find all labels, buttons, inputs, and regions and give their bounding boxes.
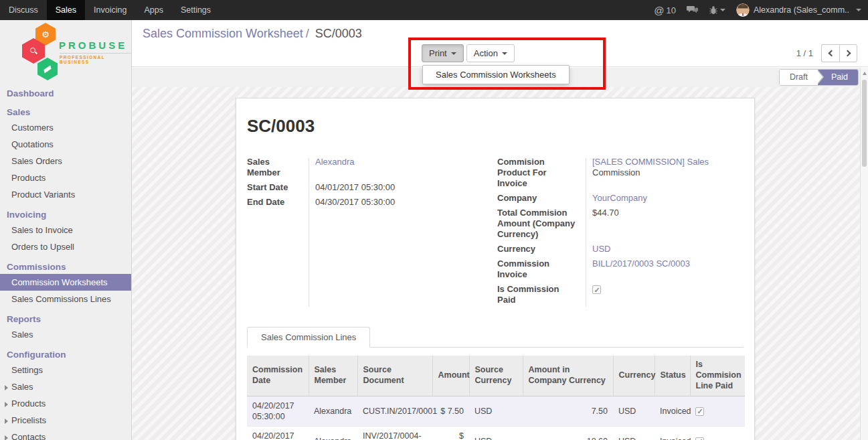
sales-member-link[interactable]: Alexandra [309, 157, 355, 178]
chevron-right-icon [845, 50, 851, 57]
top-menu-settings[interactable]: Settings [172, 0, 220, 20]
status-bar: DraftPaid [779, 69, 859, 86]
field-label: Commission Invoice [497, 259, 586, 280]
column-header-amount-in-company-currency: Amount in Company Currency [523, 356, 613, 396]
cell: USD [469, 427, 523, 440]
scrollbar-thumb[interactable] [862, 80, 867, 167]
status-step-draft[interactable]: Draft [780, 70, 818, 85]
breadcrumb-current: SC/0003 [315, 27, 362, 40]
sidebar-item-products[interactable]: Products [0, 169, 131, 186]
sidebar-item-contacts[interactable]: Contacts [0, 429, 131, 440]
sidebar-item-orders-to-upsell[interactable]: Orders to Upsell [0, 238, 131, 255]
action-button[interactable]: Action [466, 44, 515, 62]
tab-sales-commission-lines[interactable]: Sales Commission Lines [247, 327, 370, 348]
sidebar-item-sales[interactable]: Sales [0, 378, 131, 395]
action-button-label: Action [474, 48, 498, 58]
top-menu-sales[interactable]: Sales [47, 0, 85, 20]
status-step-paid[interactable]: Paid [818, 70, 858, 85]
field-commission-product: Commision Product For Invoice [SALES COM… [497, 157, 742, 189]
column-header-source-document: Source Document [357, 356, 432, 396]
debug-menu[interactable] [709, 5, 725, 15]
sidebar-item-product-variants[interactable]: Product Variants [0, 186, 131, 203]
menu-item-sales-commission-worksheets[interactable]: Sales Commission Worksheets [423, 66, 569, 84]
top-menu-invoicing[interactable]: Invoicing [85, 0, 135, 20]
sidebar-item-sales-commissions-lines[interactable]: Sales Commissions Lines [0, 291, 131, 307]
sidebar-item-sales-orders[interactable]: Sales Orders [0, 153, 131, 169]
top-menu-apps[interactable]: Apps [135, 0, 172, 20]
record-title: SC/0003 [247, 116, 744, 136]
scroll-up-arrow[interactable] [861, 68, 868, 78]
pager-previous-button[interactable] [821, 44, 839, 62]
pager-next-button[interactable] [839, 44, 857, 62]
user-menu[interactable]: Alexandra (Sales_comm.. [736, 3, 861, 17]
sidebar: ⚙ PROBUSE PROFESSIONAL BUSINESS Dashboar… [0, 20, 132, 440]
pager-text: 1 / 1 [796, 48, 813, 58]
sidebar-item-settings[interactable]: Settings [0, 362, 131, 378]
column-header-commission-date: Commission Date [247, 356, 309, 396]
cell: Alexandra [309, 396, 357, 427]
mention-counter[interactable]: @ 10 [654, 5, 676, 16]
column-header-is-commision-line-paid: Is Commision Line Paid [690, 356, 745, 396]
sidebar-item-sales-to-invoice[interactable]: Sales to Invoice [0, 222, 131, 238]
pager: 1 / 1 [796, 44, 857, 62]
commission-invoice-link[interactable]: BILL/2017/0003 SC/0003 [586, 259, 690, 280]
sidebar-section-reports[interactable]: Reports [0, 307, 131, 326]
breadcrumb: Sales Commission Worksheet/ SC/0003 [143, 27, 362, 41]
brush-icon [44, 65, 51, 73]
commission-product-rest: Commission [592, 167, 709, 178]
column-header-source-currency: Source Currency [469, 356, 523, 396]
field-label: Company [497, 193, 586, 204]
sidebar-section-dashboard[interactable]: Dashboard [0, 82, 131, 100]
top-navbar: DiscussSalesInvoicingAppsSettings @ 10 [0, 0, 868, 20]
sidebar-item-pricelists[interactable]: Pricelists [0, 412, 131, 429]
cell: Alexandra [309, 427, 357, 440]
sidebar-section-invoicing[interactable]: Invoicing [0, 203, 131, 222]
sidebar-item-commission-worksheets[interactable]: Commission Worksheets [0, 274, 131, 291]
chat-icon[interactable] [687, 5, 699, 15]
control-panel: Sales Commission Worksheet/ SC/0003 Prin… [132, 20, 868, 67]
app-logo: ⚙ PROBUSE PROFESSIONAL BUSINESS [0, 20, 131, 82]
field-start-date: Start Date 04/01/2017 05:30:00 [247, 182, 485, 193]
print-button[interactable]: Print [422, 44, 464, 62]
top-menu-discuss[interactable]: Discuss [0, 0, 47, 20]
commission-line-row[interactable]: 04/20/2017 05:30:00AlexandraINV/2017/000… [247, 427, 745, 440]
sidebar-section-configuration[interactable]: Configuration [0, 343, 131, 362]
action-buttons: Print Action [422, 44, 515, 62]
chevron-down-icon [856, 9, 861, 11]
field-company: Company YourCompany [497, 193, 742, 204]
field-is-commission-paid: Is Commission Paid [497, 284, 742, 305]
company-link[interactable]: YourCompany [586, 193, 647, 204]
commission-line-row[interactable]: 04/20/2017 05:30:00AlexandraCUST.IN/2017… [247, 396, 745, 427]
sidebar-item-customers[interactable]: Customers [0, 119, 131, 136]
chevron-right-icon [5, 419, 8, 424]
top-menu: DiscussSalesInvoicingAppsSettings [0, 0, 220, 20]
cell: USD [613, 396, 655, 427]
commission-product-link[interactable]: [SALES COMMISSION] Sales [592, 157, 709, 167]
is-commission-paid-checkbox [592, 285, 601, 294]
sidebar-item-products[interactable]: Products [0, 395, 131, 412]
cell: $ 7.50 [432, 396, 469, 427]
cell: 18.60 [523, 427, 613, 440]
cell: Invoiced [655, 427, 690, 440]
vertical-scrollbar[interactable] [860, 68, 868, 440]
breadcrumb-separator: / [303, 27, 312, 40]
field-group-right: Commision Product For Invoice [SALES COM… [497, 157, 742, 309]
mention-count: 10 [666, 5, 675, 15]
sidebar-section-commissions[interactable]: Commissions [0, 255, 131, 274]
magnifier-icon [30, 48, 37, 54]
field-label: Total Commision Amount (Company Currency… [497, 208, 586, 240]
form-sheet: SC/0003 Sales Member Alexandra Start Dat… [236, 98, 755, 440]
chevron-down-icon [502, 52, 507, 55]
field-end-date: End Date 04/30/2017 05:30:00 [247, 197, 485, 208]
sidebar-item-sales[interactable]: Sales [0, 326, 131, 343]
chevron-left-icon [828, 50, 835, 57]
avatar [736, 3, 750, 17]
sidebar-section-sales[interactable]: Sales [0, 100, 131, 119]
sidebar-item-quotations[interactable]: Quotations [0, 136, 131, 153]
logo-title: PROBUSE [59, 40, 127, 51]
field-divider [309, 158, 309, 307]
chevron-right-icon [5, 435, 8, 440]
currency-link[interactable]: USD [586, 244, 610, 254]
cell: CUST.IN/2017/0001 [357, 396, 432, 427]
breadcrumb-parent-link[interactable]: Sales Commission Worksheet [143, 27, 303, 40]
